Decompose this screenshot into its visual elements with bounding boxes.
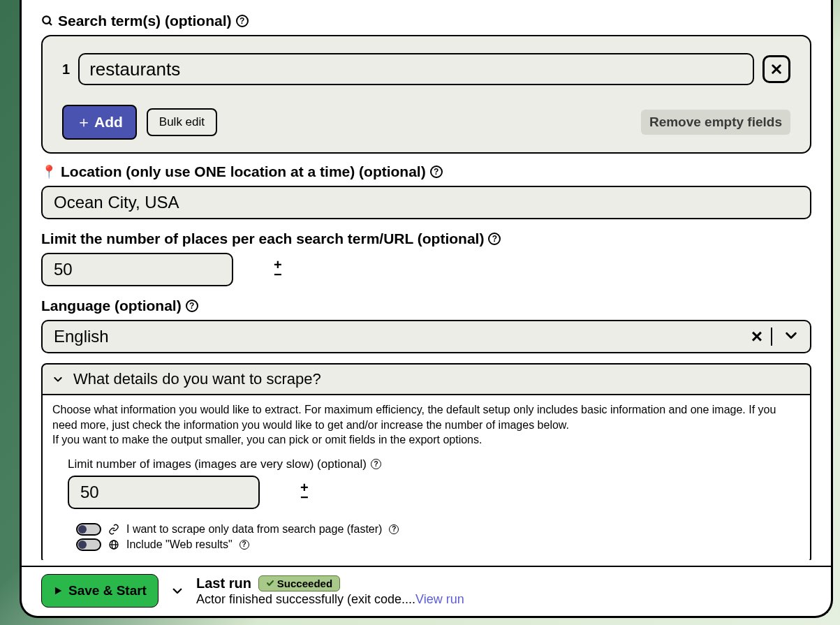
status-badge: Succeeded — [258, 575, 340, 591]
chevron-down-icon[interactable] — [171, 584, 184, 597]
globe-icon — [108, 539, 119, 550]
remove-empty-button[interactable]: Remove empty fields — [641, 110, 790, 135]
chevron-down-icon — [52, 374, 64, 385]
include-web-results-row: Include "Web results" ? — [76, 538, 800, 551]
images-limit-label: Limit number of images (images are very … — [68, 457, 800, 471]
scrape-search-only-toggle[interactable] — [76, 523, 101, 536]
images-limit-input[interactable] — [69, 477, 300, 508]
search-term-input[interactable] — [78, 53, 754, 85]
search-term-row: 1 — [62, 53, 790, 85]
clear-language-button[interactable]: × — [743, 325, 771, 348]
chevron-down-icon[interactable] — [772, 328, 810, 346]
help-icon[interactable]: ? — [240, 540, 249, 550]
plus-icon: ＋ — [76, 112, 91, 133]
language-label: Language (optional) ? — [41, 297, 811, 314]
save-start-button[interactable]: Save & Start — [41, 574, 159, 608]
svg-point-0 — [43, 16, 50, 24]
location-input[interactable] — [41, 186, 811, 219]
svg-line-1 — [49, 22, 52, 25]
help-icon[interactable]: ? — [389, 524, 399, 534]
config-panel: Search term(s) (optional) ? 1 ＋ Add Bulk… — [20, 0, 833, 618]
pin-icon: 📍 — [41, 164, 57, 179]
play-icon — [53, 586, 63, 596]
link-icon — [108, 524, 119, 535]
details-header[interactable]: What details do you want to scrape? — [43, 365, 810, 395]
term-index: 1 — [62, 61, 70, 78]
include-web-results-toggle[interactable] — [76, 538, 101, 551]
add-term-button[interactable]: ＋ Add — [62, 105, 137, 140]
search-terms-box: 1 ＋ Add Bulk edit Remove empty fields — [41, 35, 811, 154]
details-section: What details do you want to scrape? Choo… — [41, 363, 811, 560]
language-select[interactable]: English × — [41, 320, 811, 353]
remove-term-button[interactable] — [762, 55, 790, 83]
limit-input[interactable] — [43, 254, 274, 285]
decrement-button[interactable]: − — [300, 492, 309, 502]
help-icon[interactable]: ? — [236, 15, 249, 27]
footer: Save & Start Last run Succeeded Actor fi… — [22, 566, 831, 616]
last-run-info: Last run Succeeded Actor finished succes… — [196, 575, 464, 607]
check-icon — [266, 579, 274, 587]
images-limit-stepper: + − — [68, 476, 260, 509]
help-icon[interactable]: ? — [430, 166, 443, 178]
close-icon — [770, 63, 783, 75]
search-terms-label: Search term(s) (optional) ? — [41, 13, 811, 29]
location-label: 📍 Location (only use ONE location at a t… — [41, 163, 811, 180]
help-icon[interactable]: ? — [371, 459, 381, 469]
scrape-search-only-row: I want to scrape only data from search p… — [76, 523, 800, 536]
bulk-edit-button[interactable]: Bulk edit — [147, 108, 217, 136]
details-description: Choose what information you would like t… — [52, 402, 800, 448]
decrement-button[interactable]: − — [274, 270, 282, 279]
view-run-link[interactable]: View run — [415, 592, 464, 606]
last-run-message: Actor finished successfully (exit code..… — [196, 592, 415, 606]
help-icon[interactable]: ? — [488, 233, 501, 245]
svg-marker-7 — [55, 587, 61, 595]
search-icon — [41, 15, 54, 27]
limit-label: Limit the number of places per each sear… — [41, 230, 811, 247]
help-icon[interactable]: ? — [186, 300, 198, 312]
limit-stepper: + − — [41, 253, 233, 286]
